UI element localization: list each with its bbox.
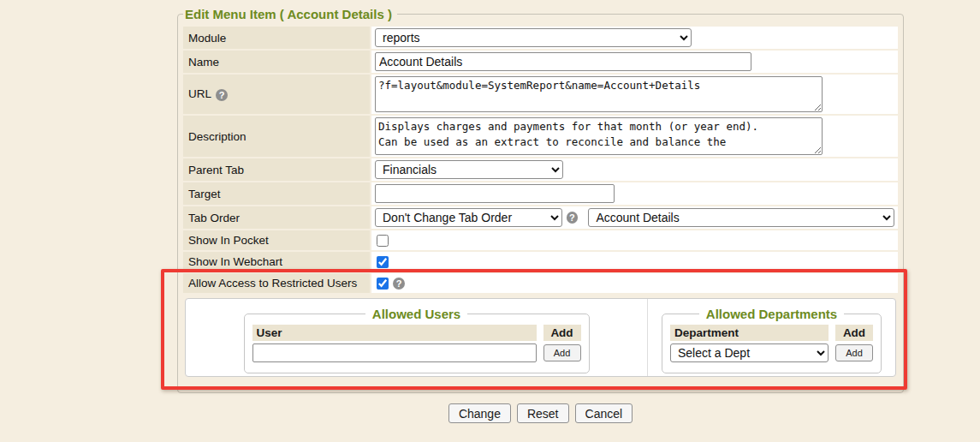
show-in-pocket-checkbox[interactable] [377,235,389,247]
tab-order-label: Tab Order [183,206,370,229]
allow-restricted-row: Allow Access to Restricted Users ? [183,273,898,293]
url-field[interactable]: ?f=layout&module=SystemReport&name=Accou… [375,76,823,112]
parent-tab-label: Parent Tab [183,158,370,181]
add-department-button[interactable]: Add [835,344,873,361]
allowed-users-input-row: Add [252,343,581,362]
edit-menu-item-fieldset: Edit Menu Item ( Account Details ) Modul… [177,7,904,393]
url-label-cell: URL? [183,75,370,114]
allowed-users-header: User Add [252,325,581,341]
cancel-button[interactable]: Cancel [575,403,633,423]
allowed-users-fieldset: Allowed Users User Add Add [244,307,590,373]
description-label: Description [183,116,370,157]
tab-order-help-icon[interactable]: ? [567,212,579,224]
department-add-column-header: Add [835,325,873,341]
show-in-webchart-row: Show In Webchart [183,252,898,272]
allow-restricted-checkbox[interactable] [377,278,389,290]
name-field[interactable] [375,52,751,71]
url-row: URL? ?f=layout&module=SystemReport&name=… [183,75,898,114]
edit-menu-item-form: Module reports Name URL? ?f=layout [181,25,900,380]
show-in-webchart-checkbox[interactable] [377,256,389,268]
allowed-users-title: Allowed Users [365,307,467,321]
allow-restricted-help-icon[interactable]: ? [393,278,405,290]
show-in-webchart-label: Show In Webchart [183,252,370,272]
target-row: Target [183,182,898,205]
description-row: Description Displays charges and payment… [183,116,898,157]
show-in-pocket-row: Show In Pocket [183,230,898,250]
user-column-header: User [252,325,537,341]
target-label: Target [183,182,370,205]
allowed-departments-fieldset: Allowed Departments Department Add Selec… [662,307,882,373]
tab-position-select[interactable]: Account Details [588,208,894,227]
name-row: Name [183,51,898,73]
target-field[interactable] [375,184,615,203]
allowed-access-row: Allowed Users User Add Add [183,295,898,379]
url-label: URL [188,87,211,100]
show-in-pocket-label: Show In Pocket [183,230,370,250]
edit-menu-item-panel: Edit Menu Item ( Account Details ) Modul… [177,7,904,423]
name-label: Name [183,51,370,73]
add-user-button[interactable]: Add [543,344,581,361]
allow-restricted-label: Allow Access to Restricted Users [183,273,370,293]
description-field[interactable]: Displays charges and payments for that m… [375,117,823,155]
allowed-departments-input-row: Select a Dept Add [670,343,873,362]
user-search-field[interactable] [252,343,537,362]
module-row: Module reports [183,27,898,49]
tab-order-row: Tab Order Don't Change Tab Order ? Accou… [183,206,898,229]
allowed-departments-cell: Allowed Departments Department Add Selec… [648,299,895,376]
user-add-column-header: Add [543,325,581,341]
module-label: Module [183,27,370,49]
change-button[interactable]: Change [448,403,511,423]
url-help-icon[interactable]: ? [216,89,228,101]
department-select[interactable]: Select a Dept [670,343,829,362]
parent-tab-row: Parent Tab Financials [183,158,898,181]
module-select[interactable]: reports [375,28,692,47]
allowed-departments-title: Allowed Departments [699,307,844,321]
department-column-header: Department [670,325,829,341]
allowed-users-cell: Allowed Users User Add Add [186,299,648,376]
page-title: Edit Menu Item ( Account Details ) [183,7,397,21]
reset-button[interactable]: Reset [517,403,569,423]
form-actions: Change Reset Cancel [177,403,904,423]
allowed-departments-header: Department Add [670,325,873,341]
tab-order-select[interactable]: Don't Change Tab Order [375,208,562,227]
allowed-access-container: Allowed Users User Add Add [185,298,896,377]
parent-tab-select[interactable]: Financials [375,160,563,179]
